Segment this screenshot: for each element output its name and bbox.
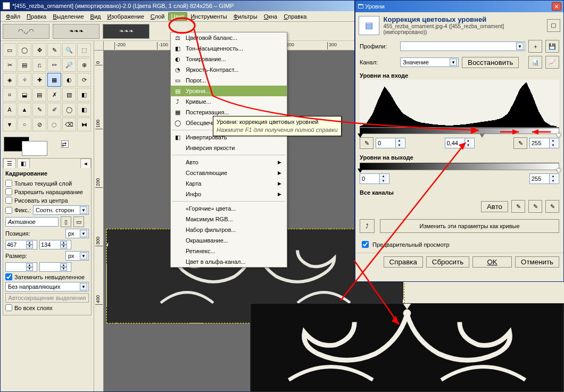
out-black-input[interactable]: ▲▼ bbox=[360, 173, 389, 184]
out-white-input[interactable]: ▲▼ bbox=[529, 173, 559, 184]
tool-button[interactable]: ✏ bbox=[47, 58, 61, 72]
pick-white-all-icon[interactable]: ✎ bbox=[545, 200, 559, 213]
menu-справка[interactable]: Справка bbox=[280, 12, 310, 21]
tool-button[interactable]: ▦ bbox=[47, 73, 61, 87]
black-slider[interactable] bbox=[358, 134, 363, 138]
tool-button[interactable]: ⊘ bbox=[32, 118, 46, 131]
tool-button[interactable]: ✎ bbox=[47, 43, 61, 57]
pick-white-icon[interactable]: ✎ bbox=[513, 137, 527, 149]
tool-button[interactable]: ✚ bbox=[32, 73, 46, 87]
add-profile-icon[interactable]: ＋ bbox=[528, 40, 542, 53]
tool-button[interactable]: ✂ bbox=[3, 58, 16, 72]
help-button[interactable]: Справка bbox=[384, 256, 423, 268]
menu-слой[interactable]: Слой bbox=[147, 12, 168, 21]
menu-выделение[interactable]: Выделение bbox=[49, 12, 87, 21]
menu-item[interactable]: Инфо▶ bbox=[171, 189, 287, 199]
close-button[interactable]: × bbox=[552, 2, 561, 11]
chk-dim[interactable] bbox=[5, 273, 12, 280]
tool-button[interactable]: ⟳ bbox=[77, 73, 91, 87]
menu-item[interactable]: Набор фильтров... bbox=[171, 224, 287, 235]
guides-combo[interactable]: Без направляющих▼ bbox=[5, 282, 89, 291]
menu-правка[interactable]: Правка bbox=[23, 12, 49, 21]
tool-options-tab[interactable]: ◧ bbox=[17, 159, 30, 168]
menu-item[interactable]: «Горячие» цвета... bbox=[171, 203, 287, 214]
tool-button[interactable]: ✧ bbox=[18, 73, 31, 87]
tool-button[interactable]: ▤ bbox=[32, 88, 46, 102]
tool-button[interactable]: A bbox=[3, 103, 16, 116]
unit-combo[interactable]: px▼ bbox=[65, 251, 89, 261]
size-h-input[interactable]: ▲▼ bbox=[39, 262, 71, 272]
pick-black-icon[interactable]: ✎ bbox=[360, 137, 374, 149]
tool-button[interactable]: ◌ bbox=[47, 118, 61, 131]
tool-button[interactable]: ⬓ bbox=[18, 88, 31, 102]
out-white-slider[interactable] bbox=[556, 169, 561, 173]
input-gradient[interactable] bbox=[360, 128, 559, 134]
chk-fix[interactable] bbox=[5, 207, 12, 214]
tool-button[interactable]: ▤ bbox=[18, 58, 31, 72]
menu-изображение[interactable]: Изображение bbox=[104, 12, 147, 21]
menu-item[interactable]: Окрашивание... bbox=[171, 235, 287, 246]
tool-button[interactable]: ⎌ bbox=[32, 58, 46, 72]
portrait-icon[interactable]: ▯ bbox=[61, 216, 71, 227]
tool-button[interactable]: ◧ bbox=[77, 88, 91, 102]
preset-swatch[interactable]: ❧❧❧ bbox=[53, 24, 99, 39]
landscape-icon[interactable]: ▭ bbox=[73, 216, 84, 227]
reset-channel-button[interactable]: Восстановить bbox=[462, 57, 519, 68]
hist-linear-icon[interactable]: 📊 bbox=[528, 56, 542, 69]
ok-button[interactable]: OK bbox=[472, 256, 512, 268]
menu-item[interactable]: ◧Тон-Насыщенность... bbox=[171, 43, 287, 54]
curves-icon[interactable]: ⤴ bbox=[360, 219, 375, 233]
reset-button[interactable]: Сбросить bbox=[426, 256, 469, 268]
tool-button[interactable]: ⌫ bbox=[62, 118, 76, 131]
menu-файл[interactable]: Файл bbox=[3, 12, 23, 21]
in-gamma-input[interactable]: ▲▼ bbox=[445, 138, 475, 148]
menu-item[interactable]: Максимум RGB... bbox=[171, 214, 287, 224]
menu-item[interactable]: Составляющие▶ bbox=[171, 168, 287, 178]
menu-item[interactable]: Инверсия яркости bbox=[171, 143, 287, 153]
in-white-input[interactable]: ▲▼ bbox=[529, 138, 559, 148]
chk-from-center[interactable] bbox=[5, 197, 12, 204]
chk-allow-grow[interactable] bbox=[5, 188, 12, 195]
menu-item[interactable]: ▭Порог... bbox=[171, 75, 287, 86]
tool-options-tab[interactable]: ☰ bbox=[3, 159, 16, 168]
color-wells[interactable]: ⇄ bbox=[1, 134, 94, 155]
menu-item[interactable]: Цвет в альфа-канал... bbox=[171, 256, 287, 267]
menu-фильтры[interactable]: Фильтры bbox=[230, 12, 261, 21]
tool-button[interactable]: ▭ bbox=[3, 43, 16, 57]
tool-button[interactable]: ✎ bbox=[32, 103, 46, 116]
menu-item[interactable]: ◐Тонирование... bbox=[171, 54, 287, 64]
tool-button[interactable]: ◯ bbox=[18, 43, 31, 57]
hist-log-icon[interactable]: 📈 bbox=[545, 56, 559, 69]
out-black-slider[interactable] bbox=[358, 169, 363, 173]
tool-button[interactable]: ✐ bbox=[47, 103, 61, 116]
histogram[interactable] bbox=[360, 80, 559, 128]
auto-button[interactable]: Авто bbox=[481, 201, 508, 212]
tool-button[interactable]: ◧ bbox=[77, 103, 91, 116]
menu-item[interactable]: ◔Яркость-Контраст... bbox=[171, 64, 287, 75]
channel-combo[interactable]: Значение▼ bbox=[400, 57, 459, 67]
tool-button[interactable]: ✗ bbox=[47, 88, 61, 102]
tool-button[interactable]: ⧓ bbox=[77, 118, 91, 131]
white-slider[interactable] bbox=[556, 134, 561, 138]
tool-button[interactable]: 🔎 bbox=[62, 58, 76, 72]
menu-цвет[interactable]: Цвет bbox=[168, 12, 188, 21]
menu-item[interactable]: ⤴Кривые... bbox=[171, 96, 287, 107]
edit-as-curves-button[interactable]: Изменить эти параметры как кривые bbox=[380, 219, 559, 233]
tool-button[interactable]: 🔍 bbox=[62, 43, 76, 57]
tool-button[interactable]: ◈ bbox=[3, 73, 16, 87]
unit-combo[interactable]: px▼ bbox=[65, 229, 89, 238]
bg-color[interactable] bbox=[22, 141, 47, 156]
tool-button[interactable]: ⊕ bbox=[77, 58, 91, 72]
menu-item[interactable]: ⚖Цветовой баланс... bbox=[171, 32, 287, 43]
size-w-input[interactable]: ▲▼ bbox=[5, 262, 37, 272]
pos-y-input[interactable]: ▲▼ bbox=[39, 240, 71, 249]
menu-инструменты[interactable]: Инструменты bbox=[187, 12, 230, 21]
cancel-button[interactable]: Отменить bbox=[515, 256, 559, 268]
tool-button[interactable]: ◯ bbox=[62, 103, 76, 116]
menu-item[interactable]: ▤Уровни... bbox=[171, 86, 287, 96]
gamma-slider[interactable] bbox=[479, 134, 485, 138]
pick-black-all-icon[interactable]: ✎ bbox=[511, 200, 525, 213]
tool-button[interactable]: ✥ bbox=[32, 43, 46, 57]
tool-button[interactable]: ⌗ bbox=[3, 88, 16, 102]
tool-button[interactable]: ○ bbox=[18, 118, 31, 131]
